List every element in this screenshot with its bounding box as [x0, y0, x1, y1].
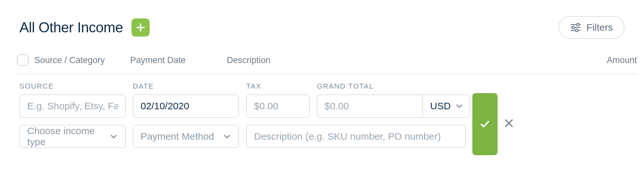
- header-row: All Other Income Filters: [19, 16, 625, 39]
- tax-input[interactable]: [246, 94, 310, 118]
- add-button[interactable]: [132, 18, 150, 37]
- column-header-amount: Amount: [607, 55, 637, 65]
- chevron-down-icon: [223, 132, 231, 141]
- payment-method-placeholder: Payment Method: [141, 131, 214, 142]
- column-header-payment-date: Payment Date: [130, 55, 227, 65]
- svg-point-3: [572, 26, 575, 29]
- cancel-button[interactable]: [502, 115, 516, 133]
- chevron-down-icon: [109, 132, 118, 141]
- source-label: SOURCE: [19, 82, 126, 91]
- table-header: Source / Category Payment Date Descripti…: [15, 54, 637, 74]
- row-actions: [472, 82, 516, 155]
- filters-label: Filters: [586, 22, 613, 33]
- filters-button[interactable]: Filters: [558, 16, 625, 39]
- grand-total-label: GRAND TOTAL: [317, 82, 466, 91]
- tax-label: TAX: [246, 82, 310, 91]
- svg-point-1: [577, 23, 579, 26]
- svg-point-5: [575, 29, 578, 32]
- column-header-description: Description: [227, 55, 607, 65]
- select-all-checkbox[interactable]: [17, 54, 29, 66]
- description-input[interactable]: [246, 125, 466, 148]
- currency-value: USD: [430, 101, 451, 112]
- plus-icon: [136, 23, 145, 32]
- grand-total-input[interactable]: [317, 94, 422, 118]
- sliders-icon: [570, 23, 581, 32]
- date-input[interactable]: [133, 94, 239, 118]
- income-type-placeholder: Choose income type: [27, 125, 109, 147]
- title-group: All Other Income: [19, 18, 150, 37]
- currency-select[interactable]: USD: [422, 94, 470, 118]
- source-input[interactable]: [19, 94, 126, 118]
- date-label: DATE: [133, 82, 239, 91]
- entry-form: SOURCE DATE TAX GRAND TOTAL USD: [19, 82, 625, 155]
- page-title: All Other Income: [19, 19, 123, 36]
- column-header-source: Source / Category: [34, 55, 130, 65]
- chevron-down-icon: [455, 102, 464, 110]
- close-icon: [504, 118, 514, 128]
- income-type-select[interactable]: Choose income type: [19, 125, 126, 148]
- payment-method-select[interactable]: Payment Method: [133, 125, 239, 148]
- confirm-button[interactable]: [472, 93, 498, 155]
- check-icon: [479, 118, 491, 130]
